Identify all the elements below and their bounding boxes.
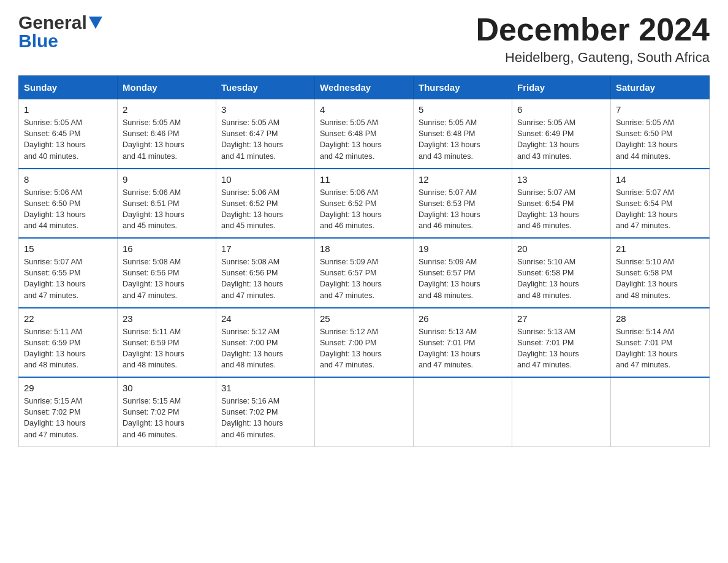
calendar-table: SundayMondayTuesdayWednesdayThursdayFrid…: [18, 75, 710, 447]
table-cell: [611, 377, 710, 446]
table-cell: 9Sunrise: 5:06 AMSunset: 6:51 PMDaylight…: [118, 169, 216, 239]
day-info: Sunrise: 5:15 AMSunset: 7:02 PMDaylight:…: [24, 396, 112, 440]
table-cell: 22Sunrise: 5:11 AMSunset: 6:59 PMDayligh…: [19, 308, 118, 378]
day-number: 18: [320, 243, 408, 254]
day-number: 23: [123, 313, 211, 324]
week-row-4: 22Sunrise: 5:11 AMSunset: 6:59 PMDayligh…: [19, 308, 710, 378]
day-number: 30: [123, 383, 211, 393]
day-number: 29: [24, 383, 112, 393]
logo: General Blue: [18, 12, 102, 52]
table-cell: 30Sunrise: 5:15 AMSunset: 7:02 PMDayligh…: [118, 377, 216, 446]
logo-blue-text: Blue: [18, 31, 58, 52]
day-number: 13: [517, 174, 605, 185]
day-info: Sunrise: 5:08 AMSunset: 6:56 PMDaylight:…: [221, 256, 309, 301]
header-friday: Friday: [512, 76, 611, 99]
day-info: Sunrise: 5:05 AMSunset: 6:49 PMDaylight:…: [517, 117, 605, 162]
day-number: 2: [123, 104, 211, 115]
day-info: Sunrise: 5:08 AMSunset: 6:56 PMDaylight:…: [123, 256, 211, 301]
day-info: Sunrise: 5:06 AMSunset: 6:50 PMDaylight:…: [24, 187, 112, 232]
table-cell: 31Sunrise: 5:16 AMSunset: 7:02 PMDayligh…: [216, 377, 315, 446]
day-number: 15: [24, 243, 112, 254]
day-number: 24: [221, 313, 309, 324]
svg-marker-0: [89, 17, 102, 29]
day-number: 14: [616, 174, 704, 185]
day-number: 11: [320, 174, 408, 185]
table-cell: [414, 377, 512, 446]
table-cell: 6Sunrise: 5:05 AMSunset: 6:49 PMDaylight…: [512, 99, 611, 169]
day-number: 3: [221, 104, 309, 115]
table-cell: [512, 377, 611, 446]
table-cell: 1Sunrise: 5:05 AMSunset: 6:45 PMDaylight…: [19, 99, 118, 169]
table-cell: 21Sunrise: 5:10 AMSunset: 6:58 PMDayligh…: [611, 238, 710, 308]
day-number: 27: [517, 313, 605, 324]
page-header: General Blue December 2024 Heidelberg, G…: [18, 12, 710, 66]
week-row-3: 15Sunrise: 5:07 AMSunset: 6:55 PMDayligh…: [19, 238, 710, 308]
header-saturday: Saturday: [611, 76, 710, 99]
day-info: Sunrise: 5:09 AMSunset: 6:57 PMDaylight:…: [320, 256, 408, 301]
table-cell: 11Sunrise: 5:06 AMSunset: 6:52 PMDayligh…: [315, 169, 414, 239]
logo-general-text: General: [18, 12, 87, 33]
title-block: December 2024 Heidelberg, Gauteng, South…: [476, 12, 710, 66]
day-number: 17: [221, 243, 309, 254]
day-info: Sunrise: 5:16 AMSunset: 7:02 PMDaylight:…: [221, 396, 309, 440]
day-info: Sunrise: 5:05 AMSunset: 6:45 PMDaylight:…: [24, 117, 112, 162]
table-cell: 24Sunrise: 5:12 AMSunset: 7:00 PMDayligh…: [216, 308, 315, 378]
table-cell: [315, 377, 414, 446]
table-cell: 26Sunrise: 5:13 AMSunset: 7:01 PMDayligh…: [414, 308, 512, 378]
table-cell: 10Sunrise: 5:06 AMSunset: 6:52 PMDayligh…: [216, 169, 315, 239]
day-info: Sunrise: 5:13 AMSunset: 7:01 PMDaylight:…: [419, 326, 507, 371]
table-cell: 12Sunrise: 5:07 AMSunset: 6:53 PMDayligh…: [414, 169, 512, 239]
day-number: 12: [419, 174, 507, 185]
day-info: Sunrise: 5:11 AMSunset: 6:59 PMDaylight:…: [24, 326, 112, 371]
table-cell: 7Sunrise: 5:05 AMSunset: 6:50 PMDaylight…: [611, 99, 710, 169]
day-info: Sunrise: 5:05 AMSunset: 6:46 PMDaylight:…: [123, 117, 211, 162]
day-info: Sunrise: 5:05 AMSunset: 6:50 PMDaylight:…: [616, 117, 704, 162]
day-number: 19: [419, 243, 507, 254]
table-cell: 19Sunrise: 5:09 AMSunset: 6:57 PMDayligh…: [414, 238, 512, 308]
table-cell: 8Sunrise: 5:06 AMSunset: 6:50 PMDaylight…: [19, 169, 118, 239]
header-thursday: Thursday: [414, 76, 512, 99]
day-info: Sunrise: 5:12 AMSunset: 7:00 PMDaylight:…: [221, 326, 309, 371]
day-number: 25: [320, 313, 408, 324]
day-info: Sunrise: 5:06 AMSunset: 6:51 PMDaylight:…: [123, 187, 211, 232]
day-number: 16: [123, 243, 211, 254]
day-number: 22: [24, 313, 112, 324]
day-number: 6: [517, 104, 605, 115]
table-cell: 25Sunrise: 5:12 AMSunset: 7:00 PMDayligh…: [315, 308, 414, 378]
day-info: Sunrise: 5:05 AMSunset: 6:48 PMDaylight:…: [320, 117, 408, 162]
day-number: 7: [616, 104, 704, 115]
day-info: Sunrise: 5:15 AMSunset: 7:02 PMDaylight:…: [123, 396, 211, 440]
table-cell: 14Sunrise: 5:07 AMSunset: 6:54 PMDayligh…: [611, 169, 710, 239]
day-number: 1: [24, 104, 112, 115]
table-cell: 28Sunrise: 5:14 AMSunset: 7:01 PMDayligh…: [611, 308, 710, 378]
week-row-1: 1Sunrise: 5:05 AMSunset: 6:45 PMDaylight…: [19, 99, 710, 169]
header-wednesday: Wednesday: [315, 76, 414, 99]
table-cell: 17Sunrise: 5:08 AMSunset: 6:56 PMDayligh…: [216, 238, 315, 308]
day-info: Sunrise: 5:06 AMSunset: 6:52 PMDaylight:…: [320, 187, 408, 232]
header-tuesday: Tuesday: [216, 76, 315, 99]
calendar-subtitle: Heidelberg, Gauteng, South Africa: [476, 50, 710, 66]
day-info: Sunrise: 5:07 AMSunset: 6:54 PMDaylight:…: [616, 187, 704, 232]
table-cell: 13Sunrise: 5:07 AMSunset: 6:54 PMDayligh…: [512, 169, 611, 239]
day-number: 21: [616, 243, 704, 254]
day-number: 20: [517, 243, 605, 254]
table-cell: 2Sunrise: 5:05 AMSunset: 6:46 PMDaylight…: [118, 99, 216, 169]
day-info: Sunrise: 5:12 AMSunset: 7:00 PMDaylight:…: [320, 326, 408, 371]
table-cell: 29Sunrise: 5:15 AMSunset: 7:02 PMDayligh…: [19, 377, 118, 446]
day-info: Sunrise: 5:13 AMSunset: 7:01 PMDaylight:…: [517, 326, 605, 371]
logo-arrow-icon: [89, 17, 102, 31]
header-monday: Monday: [118, 76, 216, 99]
day-number: 31: [221, 383, 309, 393]
day-info: Sunrise: 5:05 AMSunset: 6:47 PMDaylight:…: [221, 117, 309, 162]
header-sunday: Sunday: [19, 76, 118, 99]
table-cell: 5Sunrise: 5:05 AMSunset: 6:48 PMDaylight…: [414, 99, 512, 169]
day-info: Sunrise: 5:07 AMSunset: 6:53 PMDaylight:…: [419, 187, 507, 232]
day-number: 9: [123, 174, 211, 185]
table-cell: 16Sunrise: 5:08 AMSunset: 6:56 PMDayligh…: [118, 238, 216, 308]
day-number: 26: [419, 313, 507, 324]
day-info: Sunrise: 5:10 AMSunset: 6:58 PMDaylight:…: [517, 256, 605, 301]
day-number: 10: [221, 174, 309, 185]
day-info: Sunrise: 5:06 AMSunset: 6:52 PMDaylight:…: [221, 187, 309, 232]
day-info: Sunrise: 5:11 AMSunset: 6:59 PMDaylight:…: [123, 326, 211, 371]
table-cell: 3Sunrise: 5:05 AMSunset: 6:47 PMDaylight…: [216, 99, 315, 169]
